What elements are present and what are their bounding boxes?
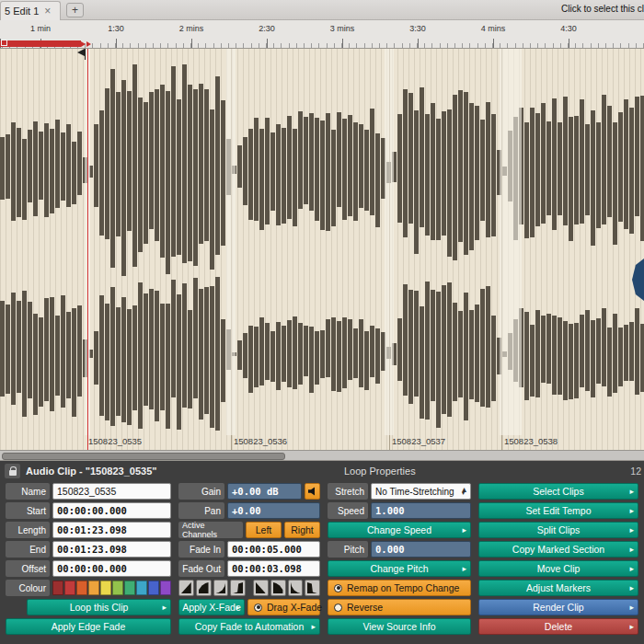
name-field[interactable]: 150823_0535 <box>52 483 171 500</box>
audio-workstation-window: { "tab_bar": { "tab_label": "5 Edit 1", … <box>0 0 644 644</box>
view-source-info-button[interactable]: View Source Info <box>328 618 471 635</box>
change-speed-button[interactable]: Change Speed ▸ <box>328 522 471 538</box>
timeline-label: 1:30 <box>108 24 124 33</box>
chevron-right-icon: ▸ <box>629 525 634 535</box>
loop-region-bar[interactable] <box>0 40 81 47</box>
h-scrollbar[interactable] <box>0 450 644 461</box>
hint-text: Click to select this cl <box>561 4 644 14</box>
chevron-right-icon: ▸ <box>462 525 466 535</box>
timeline-label: 2:30 <box>259 24 275 33</box>
fade-out-scurve-button[interactable] <box>305 580 320 596</box>
playhead-highlight <box>88 49 89 450</box>
length-field[interactable]: 00:01:23.098 <box>52 522 171 538</box>
pan-field[interactable]: +0.00 <box>227 502 320 519</box>
copy-marked-section-button[interactable]: Copy Marked Section ▸ <box>478 541 638 558</box>
delete-button[interactable]: Delete ▸ <box>478 618 638 635</box>
pitch-label: Pitch <box>328 541 368 558</box>
fade-in-convex-button[interactable] <box>196 580 212 596</box>
colour-swatch[interactable] <box>100 581 111 595</box>
apply-edge-fade-button[interactable]: Apply Edge Fade <box>6 618 171 635</box>
colour-swatch[interactable] <box>124 581 135 595</box>
colour-swatches <box>52 580 171 596</box>
apply-xfade-button[interactable]: Apply X-Fade ▸ <box>178 599 245 615</box>
right-channel-button[interactable]: Right <box>284 522 320 538</box>
change-pitch-button[interactable]: Change Pitch ▸ <box>328 560 471 577</box>
loop-end-marker-icon[interactable] <box>86 41 91 47</box>
start-label: Start <box>6 502 50 519</box>
properties-panel: Audio Clip - "150823_0535" Loop Properti… <box>0 461 644 644</box>
crossfade-overlay <box>226 49 236 435</box>
chevron-right-icon: ▸ <box>629 603 634 612</box>
colour-swatch[interactable] <box>64 581 75 595</box>
adjust-markers-button[interactable]: Adjust Markers ▸ <box>478 580 638 596</box>
lock-icon <box>9 470 17 476</box>
section-flag-icon[interactable] <box>85 49 86 60</box>
start-field[interactable]: 00:00:00.000 <box>52 502 171 519</box>
colour-swatch[interactable] <box>52 581 63 595</box>
colour-swatch[interactable] <box>88 581 99 595</box>
fade-in-scurve-button[interactable] <box>230 580 246 596</box>
chevron-right-icon: ▸ <box>629 564 634 573</box>
gain-field[interactable]: +0.00 dB <box>227 483 302 500</box>
colour-swatch[interactable] <box>76 581 87 595</box>
gain-fade-column: Gain +0.00 dB Pan +0.00 Active Channels … <box>178 483 320 635</box>
clip-fields-column: Name 150823_0535 Start 00:00:00.000 Leng… <box>6 483 171 635</box>
chevron-right-icon: ▸ <box>236 603 240 612</box>
close-tab-icon[interactable]: × <box>44 6 51 17</box>
fade-out-convex-button[interactable] <box>270 580 286 596</box>
h-scrollbar-thumb[interactable] <box>2 453 285 460</box>
speaker-icon <box>308 487 317 496</box>
drag-xfade-toggle[interactable]: Drag X-Fade <box>247 599 320 615</box>
copy-fade-to-automation-button[interactable]: Copy Fade to Automation ▸ <box>178 618 320 635</box>
tab-5-edit-1[interactable]: 5 Edit 1 × <box>0 1 61 20</box>
minor-ticks <box>2 43 644 48</box>
lock-button[interactable] <box>5 464 20 478</box>
add-tab-button[interactable]: + <box>66 3 84 17</box>
loop-start-marker[interactable] <box>1 40 7 46</box>
remap-tempo-toggle[interactable]: Remap on Tempo Change <box>328 580 471 596</box>
timeline-ruler[interactable]: 1 min 1:30 2 mins 2:30 3 mins 3:30 4 min… <box>0 20 644 49</box>
timeline-label: 3 mins <box>330 24 355 33</box>
fade-out-field[interactable]: 00:00:03.098 <box>227 560 320 577</box>
colour-swatch[interactable] <box>148 581 159 595</box>
offset-label: Offset <box>6 560 50 577</box>
length-label: Length <box>6 522 50 538</box>
crossfade-overlay <box>385 49 394 435</box>
chevron-right-icon: ▸ <box>629 622 634 631</box>
loop-this-clip-button[interactable]: Loop this Clip ▸ <box>27 599 171 615</box>
name-label: Name <box>6 483 50 500</box>
split-clips-button[interactable]: Split Clips ▸ <box>478 522 638 538</box>
pitch-field[interactable]: 0.000 <box>371 541 471 558</box>
fade-in-linear-button[interactable] <box>178 580 194 596</box>
set-edit-tempo-button[interactable]: Set Edit Tempo ▸ <box>478 502 638 519</box>
radio-selected-icon <box>334 584 342 592</box>
loop-properties-column: Stretch No Time-Stretching ▴▾ Speed 1.00… <box>328 483 471 635</box>
offset-field[interactable]: 00:00:00.000 <box>52 560 171 577</box>
colour-swatch[interactable] <box>160 581 171 595</box>
fade-in-concave-button[interactable] <box>213 580 229 596</box>
crossfade-overlay <box>500 49 522 435</box>
loop-properties-title: Loop Properties <box>344 466 416 477</box>
stretch-dropdown[interactable]: No Time-Stretching ▴▾ <box>371 483 471 500</box>
panel-title: Audio Clip - "150823_0535" <box>26 466 157 477</box>
collapse-panel-tab[interactable] <box>632 259 644 301</box>
colour-swatch[interactable] <box>136 581 147 595</box>
fade-in-label: Fade In <box>178 541 224 558</box>
fade-in-field[interactable]: 00:00:05.000 <box>227 541 320 558</box>
left-channel-button[interactable]: Left <box>246 522 282 538</box>
select-clips-button[interactable]: Select Clips ▸ <box>478 483 638 500</box>
reverse-toggle[interactable]: Reverse <box>328 599 471 615</box>
waveform-editor[interactable]: 150823_0535 150823_0536 150823_0537 1508… <box>0 49 644 450</box>
end-field[interactable]: 00:01:23.098 <box>52 541 171 558</box>
mute-button[interactable] <box>305 483 320 500</box>
colour-label: Colour <box>6 580 50 596</box>
chevron-right-icon: ▸ <box>629 583 634 592</box>
colour-swatch[interactable] <box>112 581 123 595</box>
speed-field[interactable]: 1.000 <box>371 502 471 519</box>
move-clip-button[interactable]: Move Clip ▸ <box>478 560 638 577</box>
loop-end-marker-icon[interactable] <box>81 41 86 47</box>
radio-unselected-icon <box>334 604 342 612</box>
fade-out-linear-button[interactable] <box>253 580 269 596</box>
render-clip-button[interactable]: Render Clip ▸ <box>478 599 638 615</box>
fade-out-concave-button[interactable] <box>288 580 304 596</box>
